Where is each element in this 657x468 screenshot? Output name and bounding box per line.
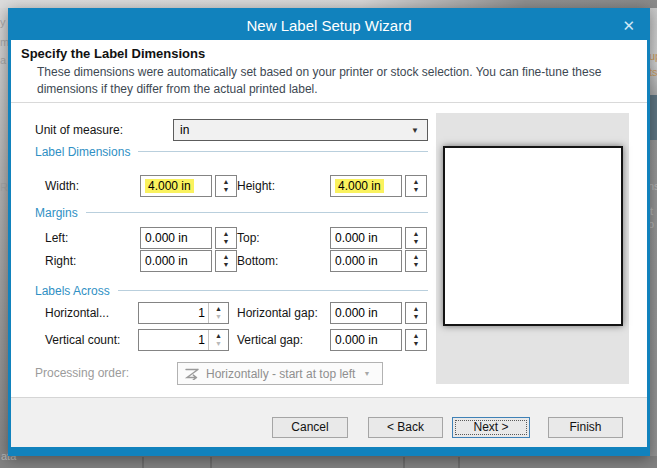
dialog-title: New Label Setup Wizard <box>11 11 647 40</box>
margin-right-value: 0.000 in <box>145 254 188 268</box>
margin-bottom-value: 0.000 in <box>335 254 378 268</box>
spin-up-icon[interactable]: ▲ <box>413 230 420 238</box>
spin-down-icon[interactable]: ▼ <box>223 261 230 269</box>
margin-bottom-spinner[interactable]: ▲ ▼ <box>405 250 427 272</box>
chevron-down-icon: ▼ <box>411 120 419 141</box>
back-button[interactable]: < Back <box>368 417 443 438</box>
vertical-count-spinner[interactable]: ▲ ▼ <box>208 330 228 350</box>
vertical-count-input[interactable]: 1 ▲ ▼ <box>138 329 229 351</box>
margin-right-label: Right: <box>45 250 76 272</box>
spin-up-icon[interactable]: ▲ <box>413 332 420 340</box>
background-text-fragment: y <box>0 16 6 28</box>
spin-down-icon[interactable]: ▼ <box>413 186 420 194</box>
spin-up-icon[interactable]: ▲ <box>413 305 420 313</box>
spin-down-icon[interactable]: ▼ <box>223 238 230 246</box>
vertical-gap-spinner[interactable]: ▲ ▼ <box>405 329 427 351</box>
dimensions-row: Width: 4.000 in ▲ ▼ Height: 4.000 in ▲ ▼ <box>11 175 436 197</box>
horizontal-gap-label: Horizontal gap: <box>237 302 318 324</box>
spin-up-icon[interactable]: ▲ <box>215 332 222 340</box>
vertical-gap-value: 0.000 in <box>335 333 378 347</box>
section-labels-across: Labels Across <box>35 282 428 299</box>
screen: up ts ns t p y m a R ata New Label Setup… <box>0 0 657 468</box>
horizontal-count-label: Horizontal... <box>45 302 109 324</box>
horizontal-count-value: 1 <box>139 303 208 323</box>
margin-top-spinner[interactable]: ▲ ▼ <box>405 227 427 249</box>
across-row-2: Vertical count: 1 ▲ ▼ Vertical gap: 0.00… <box>11 329 436 351</box>
height-spinner[interactable]: ▲ ▼ <box>405 175 427 197</box>
margin-right-input[interactable]: 0.000 in <box>140 250 212 272</box>
vertical-count-label: Vertical count: <box>45 329 120 351</box>
vertical-count-value: 1 <box>139 330 208 350</box>
vertical-gap-label: Vertical gap: <box>237 329 303 351</box>
spin-down-icon[interactable]: ▼ <box>223 186 230 194</box>
close-icon[interactable]: ✕ <box>622 11 635 40</box>
wizard-dialog: New Label Setup Wizard ✕ Specify the Lab… <box>8 8 650 456</box>
width-value: 4.000 in <box>145 179 194 193</box>
label-preview-rectangle <box>443 146 623 326</box>
margins-row-2: Right: 0.000 in ▲ ▼ Bottom: 0.000 in ▲ ▼ <box>11 250 436 272</box>
height-label: Height: <box>237 175 275 197</box>
chevron-down-icon: ▼ <box>363 370 370 377</box>
vertical-gap-input[interactable]: 0.000 in <box>330 329 402 351</box>
margin-left-label: Left: <box>45 227 68 249</box>
titlebar[interactable]: New Label Setup Wizard ✕ <box>11 11 647 40</box>
processing-order-label: Processing order: <box>35 362 129 384</box>
background-left-strip <box>0 8 8 468</box>
margin-bottom-label: Bottom: <box>237 250 278 272</box>
width-label: Width: <box>45 175 79 197</box>
background-text-fragment: ts <box>649 66 657 78</box>
width-input[interactable]: 4.000 in <box>140 175 212 197</box>
margin-top-value: 0.000 in <box>335 231 378 245</box>
spin-down-icon: ▼ <box>215 313 222 321</box>
section-title: Label Dimensions <box>35 145 130 159</box>
spin-down-icon[interactable]: ▼ <box>413 313 420 321</box>
unit-row: Unit of measure: in ▼ <box>11 119 436 141</box>
section-title: Margins <box>35 206 78 220</box>
unit-dropdown[interactable]: in ▼ <box>173 119 428 141</box>
section-label-dimensions: Label Dimensions <box>35 143 428 160</box>
header-divider <box>11 102 647 103</box>
spin-up-icon[interactable]: ▲ <box>223 253 230 261</box>
margin-bottom-input[interactable]: 0.000 in <box>330 250 402 272</box>
spin-up-icon[interactable]: ▲ <box>223 178 230 186</box>
margin-left-spinner[interactable]: ▲ ▼ <box>215 227 237 249</box>
section-divider <box>138 151 428 152</box>
horizontal-gap-spinner[interactable]: ▲ ▼ <box>405 302 427 324</box>
background-line <box>142 457 144 468</box>
spin-down-icon[interactable]: ▼ <box>413 261 420 269</box>
width-spinner[interactable]: ▲ ▼ <box>215 175 237 197</box>
spin-down-icon[interactable]: ▼ <box>413 238 420 246</box>
spin-up-icon[interactable]: ▲ <box>223 230 230 238</box>
unit-label: Unit of measure: <box>35 119 123 141</box>
page-description: These dimensions were automatically set … <box>37 64 629 98</box>
spin-up-icon[interactable]: ▲ <box>215 305 222 313</box>
section-margins: Margins <box>35 204 428 221</box>
dialog-content: Specify the Label Dimensions These dimen… <box>11 40 647 447</box>
horizontal-count-spinner[interactable]: ▲ ▼ <box>208 303 228 323</box>
height-input[interactable]: 4.000 in <box>330 175 402 197</box>
section-divider <box>118 290 428 291</box>
spin-down-icon[interactable]: ▼ <box>413 340 420 348</box>
horizontal-count-input[interactable]: 1 ▲ ▼ <box>138 302 229 324</box>
background-top-strip <box>0 0 657 8</box>
horizontal-gap-value: 0.000 in <box>335 306 378 320</box>
spin-up-icon[interactable]: ▲ <box>413 178 420 186</box>
background-text-fragment: a <box>0 54 6 66</box>
unit-value: in <box>180 123 189 137</box>
across-row-1: Horizontal... 1 ▲ ▼ Horizontal gap: 0.00… <box>11 302 436 324</box>
processing-order-row: Processing order: Horizontally - start a… <box>11 362 436 385</box>
section-divider <box>86 212 428 213</box>
background-text-fragment: up <box>649 50 657 62</box>
cancel-button[interactable]: Cancel <box>272 417 348 438</box>
margin-right-spinner[interactable]: ▲ ▼ <box>215 250 237 272</box>
margin-left-input[interactable]: 0.000 in <box>140 227 212 249</box>
background-bottom-strip <box>0 456 657 468</box>
spin-up-icon[interactable]: ▲ <box>413 253 420 261</box>
next-button[interactable]: Next > <box>452 417 530 438</box>
z-order-icon <box>184 367 200 380</box>
margin-top-label: Top: <box>237 227 260 249</box>
margin-top-input[interactable]: 0.000 in <box>330 227 402 249</box>
background-line <box>458 457 460 468</box>
finish-button[interactable]: Finish <box>548 417 623 438</box>
horizontal-gap-input[interactable]: 0.000 in <box>330 302 402 324</box>
